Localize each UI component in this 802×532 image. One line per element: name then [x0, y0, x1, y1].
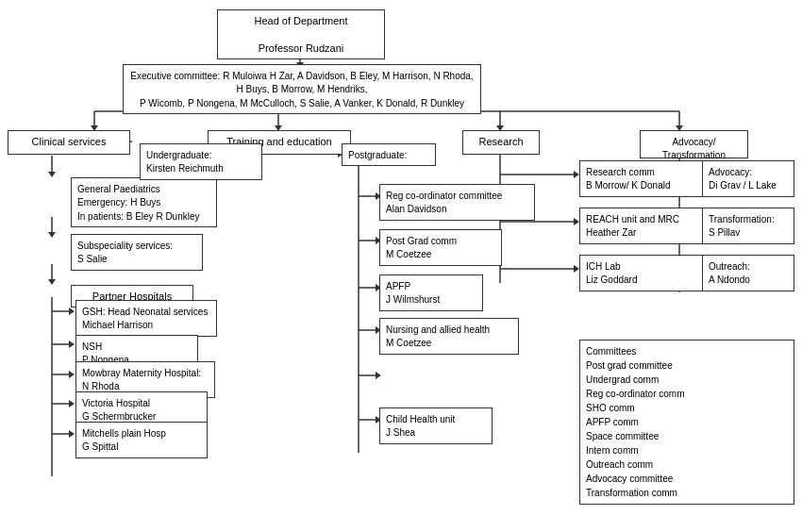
committees-label: Committees Post grad committee Undergrad…: [586, 346, 684, 498]
nursing-label: Nursing and allied health M Coetzee: [386, 324, 490, 348]
subspeciality-box: Subspeciality services: S Salie: [71, 234, 203, 271]
mowbray-label: Mowbray Maternity Hospital: N Rhoda: [82, 368, 201, 391]
nursing-box: Nursing and allied health M Coetzee: [379, 318, 519, 355]
ich-lab-label: ICH Lab Liz Goddard: [586, 261, 637, 285]
advocacy-sub-label: Advocacy: Di Grav / L Lake: [709, 167, 777, 191]
reach-label: REACH unit and MRC Heather Zar: [586, 214, 679, 238]
svg-marker-19: [48, 279, 56, 285]
outreach-box: Outreach: A Ndondo: [702, 255, 794, 291]
committees-box: Committees Post grad committee Undergrad…: [579, 340, 794, 505]
svg-marker-30: [69, 430, 75, 438]
advocacy-box: Advocacy/ Transformation / outreach: [640, 130, 748, 158]
transformation-box: Transformation: S Pillav: [702, 208, 794, 244]
svg-marker-22: [69, 308, 75, 315]
mitchells-label: Mitchells plain Hosp G Spittal: [82, 428, 166, 452]
postgrad-comm-box: Post Grad comm M Coetzee: [379, 229, 502, 266]
undergrad-box: Undergraduate: Kirsten Reichmuth: [140, 143, 262, 180]
transformation-label: Transformation: S Pillav: [709, 214, 775, 238]
reg-co-label: Reg co-ordinator committee Alan Davidson: [386, 191, 502, 214]
svg-marker-28: [69, 400, 75, 407]
exec-box: Executive committee: R Muloiwa H Zar, A …: [123, 64, 481, 114]
head-box: Head of Department Professor Rudzani: [217, 9, 385, 59]
outreach-label: Outreach: A Ndondo: [709, 261, 750, 285]
advocacy-sub-box: Advocacy: Di Grav / L Lake: [702, 160, 794, 197]
postgrad-label-box: Postgraduate:: [342, 143, 436, 166]
reach-box: REACH unit and MRC Heather Zar: [579, 208, 710, 244]
gsh-box: GSH: Head Neonatal services Michael Harr…: [75, 300, 217, 337]
victoria-label: Victoria Hospital G Schermbrucker: [82, 398, 156, 422]
apfp-label: APFP J Wilmshurst: [386, 281, 440, 305]
clinical-label: Clinical services: [32, 136, 107, 147]
postgrad-label-text: Postgraduate:: [348, 150, 407, 160]
apfp-box: APFP J Wilmshurst: [379, 274, 483, 311]
ich-lab-box: ICH Lab Liz Goddard: [579, 255, 710, 291]
research-comm-label: Research comm B Morrow/ K Donald: [586, 167, 670, 191]
svg-marker-15: [48, 172, 56, 177]
head-label: Head of Department Professor Rudzani: [254, 15, 347, 54]
svg-marker-26: [69, 371, 75, 378]
research-comm-box: Research comm B Morrow/ K Donald: [579, 160, 710, 197]
svg-marker-24: [69, 341, 75, 348]
svg-marker-17: [48, 232, 56, 238]
org-chart: Head of Department Professor Rudzani Exe…: [0, 0, 802, 532]
clinical-box: Clinical services: [8, 130, 130, 155]
reg-co-box: Reg co-ordinator committee Alan Davidson: [379, 184, 535, 221]
exec-label: Executive committee: R Muloiwa H Zar, A …: [130, 71, 473, 108]
gsh-label: GSH: Head Neonatal services Michael Harr…: [82, 307, 208, 330]
subspeciality-label: Subspeciality services: S Salie: [77, 241, 173, 264]
child-health-box: Child Health unit J Shea: [379, 407, 493, 444]
svg-marker-45: [376, 372, 381, 379]
mitchells-box: Mitchells plain Hosp G Spittal: [75, 422, 208, 458]
postgrad-comm-label: Post Grad comm M Coetzee: [386, 236, 457, 259]
research-box: Research: [462, 130, 540, 155]
undergrad-label: Undergraduate: Kirsten Reichmuth: [146, 150, 224, 174]
general-paeds-label: General Paediatrics Emergency: H Buys In…: [77, 184, 200, 222]
research-label: Research: [478, 136, 523, 147]
child-health-label: Child Health unit J Shea: [386, 414, 455, 438]
general-paeds-box: General Paediatrics Emergency: H Buys In…: [71, 177, 217, 227]
